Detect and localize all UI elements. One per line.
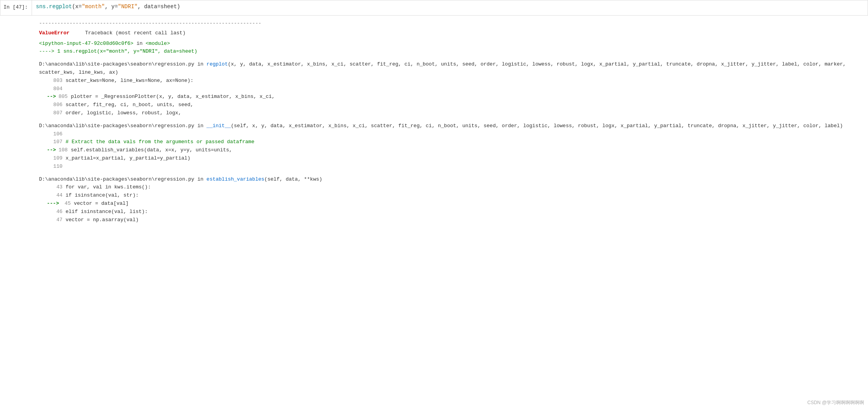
code-line-45: ---> 45 vector = data[val] <box>39 200 864 208</box>
code-line-110: 110 <box>39 163 864 171</box>
block2-lines: 803 scatter_kws=None, line_kws=None, ax=… <box>39 77 864 117</box>
code-line-47: 47 vector = np.asarray(val) <box>39 216 864 224</box>
error-type: ValueError <box>39 29 69 37</box>
code-line-806: 806 scatter, fit_reg, ci, n_boot, units,… <box>39 101 864 109</box>
traceback-block-2: D:\anaconda\lib\site-packages\seaborn\re… <box>39 60 864 117</box>
cell-label-text: In [47]: <box>4 4 28 10</box>
error-header-line: ValueError Traceback (most recent call l… <box>39 29 864 37</box>
file-path-line-3: D:\anaconda\lib\site-packages\seaborn\re… <box>39 122 864 130</box>
traceback-block-3: D:\anaconda\lib\site-packages\seaborn\re… <box>39 122 864 171</box>
block4-lines: 43 for var, val in kws.items(): 44 if is… <box>39 183 864 224</box>
block1-arrow-line: ----> 1 sns.regplot(x="month", y="NDRI",… <box>39 48 864 56</box>
code-line-805: --> 805 plotter = _RegressionPlotter(x, … <box>39 93 864 101</box>
code-line-803: 803 scatter_kws=None, line_kws=None, ax=… <box>39 77 864 85</box>
code-line-46: 46 elif isinstance(val, list): <box>39 208 864 216</box>
block3-lines: 106 107 # Extract the data vals from the… <box>39 130 864 171</box>
file-path-line-2: D:\anaconda\lib\site-packages\seaborn\re… <box>39 60 864 77</box>
file-path-line-1: <ipython-input-47-92c08d60c0f6> in <modu… <box>39 40 864 48</box>
code-line-807: 807 order, logistic, lowess, robust, log… <box>39 109 864 117</box>
output-area: ----------------------------------------… <box>31 16 868 233</box>
code-line-44: 44 if isinstance(val, str): <box>39 192 864 200</box>
traceback-block-4: D:\anaconda\lib\site-packages\seaborn\re… <box>39 176 864 224</box>
code-line-107: 107 # Extract the data vals from the arg… <box>39 138 864 146</box>
file-path-line-4: D:\anaconda\lib\site-packages\seaborn\re… <box>39 176 864 184</box>
code-line-43: 43 for var, val in kws.items(): <box>39 183 864 192</box>
code-line-109: 109 x_partial=x_partial, y_partial=y_par… <box>39 154 864 163</box>
traceback-header: Traceback (most recent call last) <box>85 29 185 37</box>
code-line-106: 106 <box>39 130 864 138</box>
sns-func: sns.regplot <box>36 4 72 10</box>
cell-label: In [47]: <box>0 0 32 15</box>
cell-input[interactable]: sns.regplot(x="month", y="NDRI", data=sh… <box>32 0 868 15</box>
separator: ----------------------------------------… <box>39 20 864 28</box>
notebook-cell: In [47]: sns.regplot(x="month", y="NDRI"… <box>0 0 868 16</box>
code-line-108: --> 108 self.establish_variables(data, x… <box>39 146 864 154</box>
cell-code: sns.regplot(x="month", y="NDRI", data=sh… <box>36 4 180 10</box>
code-line-804: 804 <box>39 85 864 93</box>
traceback-block-1: <ipython-input-47-92c08d60c0f6> in <modu… <box>39 40 864 56</box>
